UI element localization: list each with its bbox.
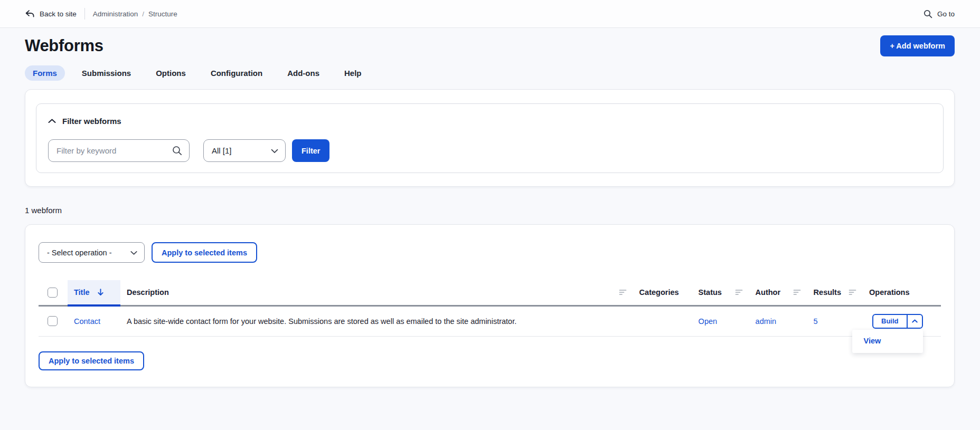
topbar-divider [84,8,85,20]
table-row: Contact A basic site-wide contact form f… [39,305,941,336]
row-select-cell [39,305,68,336]
back-to-site-label: Back to site [40,10,77,18]
goto-button[interactable]: Go to [924,9,955,18]
tab-configuration[interactable]: Configuration [203,65,270,81]
column-header-author[interactable]: Author [749,280,807,305]
row-title-cell: Contact [68,305,120,336]
keyword-filter-input[interactable] [48,139,190,162]
author-header-label: Author [756,288,781,297]
column-header-description[interactable]: Description [120,280,633,305]
apply-to-selected-button-top[interactable]: Apply to selected items [152,242,257,263]
title-header-label: Title [74,288,90,297]
build-button[interactable]: Build [873,315,907,328]
bulk-operations-row: - Select operation - Apply to selected i… [39,242,941,263]
chevron-down-icon [130,251,137,255]
tab-options[interactable]: Options [148,65,194,81]
author-link[interactable]: admin [756,317,777,326]
goto-label: Go to [937,10,955,18]
results-count-link[interactable]: 5 [814,317,818,326]
filter-legend: Filter webforms [62,117,121,126]
operations-dropdown-menu: View [852,330,923,353]
tab-submissions[interactable]: Submissions [74,65,139,81]
tab-forms[interactable]: Forms [25,65,65,81]
back-arrow-icon [25,9,35,18]
tab-help[interactable]: Help [336,65,370,81]
bulk-operation-value: - Select operation - [47,249,112,257]
categories-header-label: Categories [639,288,679,297]
sort-lines-icon [735,289,743,295]
page-header: Webforms + Add webform [25,35,955,56]
sort-lines-icon [849,289,856,295]
breadcrumb-structure[interactable]: Structure [148,10,177,18]
category-select-value: All [1] [212,146,232,155]
filter-row: All [1] Filter [48,139,931,162]
filter-card: Filter webforms All [1] [25,89,955,187]
tab-add-ons[interactable]: Add-ons [279,65,327,81]
apply-to-selected-button-bottom[interactable]: Apply to selected items [39,351,144,370]
webforms-table-card: - Select operation - Apply to selected i… [25,224,955,387]
build-split-button: Build [872,314,923,329]
status-header-label: Status [699,288,722,297]
menu-item-view[interactable]: View [852,335,923,347]
row-author-cell: admin [749,305,807,336]
select-all-checkbox[interactable] [48,288,58,298]
results-header-label: Results [814,288,841,297]
chevron-up-icon [48,119,56,123]
row-categories-cell [633,305,692,336]
breadcrumb-separator: / [142,10,144,18]
column-header-categories[interactable]: Categories [633,280,692,305]
sort-lines-icon [619,289,627,295]
column-header-results[interactable]: Results [807,280,863,305]
operations-split-button-wrapper: Build [872,314,923,329]
category-select[interactable]: All [1] [203,139,286,162]
primary-tabs: Forms Submissions Options Configuration … [25,65,955,81]
table-header-row: Title Description [39,280,941,305]
row-status-cell: Open [692,305,749,336]
breadcrumb: Administration / Structure [93,10,177,18]
description-header-label: Description [127,288,169,297]
back-to-site-link[interactable]: Back to site [25,9,77,18]
row-description-cell: A basic site-wide contact form for your … [120,305,633,336]
column-header-status[interactable]: Status [692,280,749,305]
keyword-filter-wrapper [48,139,190,162]
webforms-table: Title Description [39,280,941,337]
row-checkbox[interactable] [48,316,58,326]
status-link[interactable]: Open [699,317,717,326]
webform-title-link[interactable]: Contact [74,317,100,326]
column-header-operations: Operations [863,280,941,305]
row-operations-cell: Build [863,305,941,336]
top-bar-left: Back to site Administration / Structure [25,8,177,20]
add-webform-button[interactable]: + Add webform [880,35,955,56]
filter-toggle[interactable]: Filter webforms [48,117,931,126]
sort-descending-icon [97,289,104,296]
select-all-header-cell [39,280,68,305]
chevron-down-icon [271,149,278,154]
operations-menu-toggle[interactable] [908,315,922,328]
chevron-up-icon [912,319,918,323]
top-bar: Back to site Administration / Structure … [0,0,980,28]
result-count: 1 webform [25,206,955,215]
search-icon [924,9,932,18]
filter-details: Filter webforms All [1] [36,103,944,173]
search-icon [172,146,182,156]
sort-lines-icon [793,289,801,295]
operations-header-label: Operations [869,288,910,297]
page-content: Webforms + Add webform Forms Submissions… [0,35,980,387]
breadcrumb-administration[interactable]: Administration [93,10,138,18]
bulk-operation-select[interactable]: - Select operation - [39,242,145,263]
filter-submit-button[interactable]: Filter [292,139,329,162]
page-title: Webforms [25,36,103,55]
column-header-title[interactable]: Title [68,280,120,305]
